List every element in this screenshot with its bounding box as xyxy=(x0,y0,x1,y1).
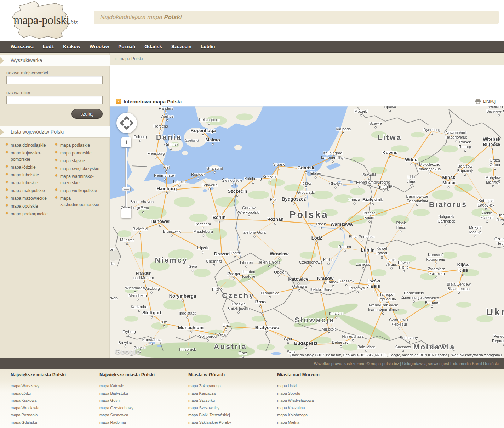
footer-link[interactable]: mapa Sopotu xyxy=(277,391,300,395)
footer-link[interactable]: mapa Radomia xyxy=(99,420,126,424)
list-item: mapa małopolskie xyxy=(6,187,52,193)
list-item: mapa zachodniopomorskie xyxy=(55,195,101,208)
voivodeship-link[interactable]: mapa zachodniopomorskie xyxy=(60,196,99,207)
nav-item-8[interactable]: Lublin xyxy=(201,41,215,52)
footer-link[interactable]: mapa Warszawy xyxy=(11,384,39,388)
list-item: mapa Kołobrzega xyxy=(277,411,366,418)
list-item: mapa lubuskie xyxy=(6,179,52,186)
voivodeship-link[interactable]: mapa kujawsko-pomorskie xyxy=(11,151,41,162)
list-item: mapa Sopotu xyxy=(277,390,366,396)
bullet-icon xyxy=(6,173,8,175)
footer-link[interactable]: mapa Katowic xyxy=(99,384,124,388)
footer-link[interactable]: mapa Szczawnicy xyxy=(188,406,219,410)
print-button[interactable]: Drukuj xyxy=(475,98,496,106)
city-name-input[interactable] xyxy=(6,76,103,84)
voivodeship-link[interactable]: mapa dolnośląskie xyxy=(11,143,46,148)
footer-link[interactable]: mapa Szczyrku xyxy=(188,398,215,402)
footer-link[interactable]: mapa Częstochowy xyxy=(99,406,133,410)
footer-link[interactable]: mapa Gdańska xyxy=(11,420,37,424)
footer-link[interactable]: mapa Łódzi xyxy=(11,391,31,395)
list-item: mapa Wrocławia xyxy=(11,404,99,411)
list-item: mapa pomorskie xyxy=(55,150,101,156)
list-item: mapa Szklarskiej Poręby xyxy=(188,419,277,425)
voivodeship-link[interactable]: mapa łódzkie xyxy=(11,165,36,170)
map-attribution: Dane do Mapy ©2015 Basarsoft, GeoBasis-D… xyxy=(291,353,502,357)
footer-link[interactable]: mapa Zakopanego xyxy=(188,384,221,388)
nav-item-1[interactable]: Warszawa xyxy=(11,41,34,52)
map-terms-link[interactable]: Warunki korzystania z programu xyxy=(451,353,502,357)
bullet-icon xyxy=(6,196,8,198)
nav-item-3[interactable]: Kraków xyxy=(63,41,80,52)
voivodeship-link[interactable]: mapa wielkopolskie xyxy=(60,188,97,193)
footer-link[interactable]: mapa Mielna xyxy=(277,420,299,424)
footer-link[interactable]: mapa Koszalina xyxy=(277,406,305,410)
footer-link[interactable]: mapa Sosnowca xyxy=(99,413,128,417)
zoom-slider-handle[interactable] xyxy=(122,187,131,191)
site-logo[interactable]: mapa-polski.biz xyxy=(3,1,92,40)
list-item: mapa Poznania xyxy=(11,411,99,418)
footer-link[interactable]: mapa Białystoku xyxy=(99,391,128,395)
street-name-input[interactable] xyxy=(6,96,103,104)
voivodeship-column-left: mapa dolnośląskiemapa kujawsko-pomorskie… xyxy=(0,142,55,218)
list-item: mapa lubelskie xyxy=(6,171,52,178)
zoom-out-button[interactable]: − xyxy=(121,208,131,218)
voivodeship-link[interactable]: mapa podlaskie xyxy=(60,143,90,148)
voivodeship-link[interactable]: mapa podkarpackie xyxy=(11,212,48,216)
list-item: mapa Gdyni xyxy=(99,397,188,403)
footer-link-list: mapa Ustkimapa Sopotumapa Władysławowama… xyxy=(277,382,366,428)
voivodeship-link[interactable]: mapa mazowieckie xyxy=(11,196,47,201)
zoom-in-button[interactable]: + xyxy=(121,137,131,147)
site-tagline: Najdokładniejsza mapa Polski xyxy=(94,11,499,24)
logo-tld: .biz xyxy=(69,19,78,26)
breadcrumb-label[interactable]: mapa Polski xyxy=(120,56,143,61)
voivodeship-link[interactable]: mapa pomorskie xyxy=(60,151,92,156)
pan-control[interactable] xyxy=(116,113,137,133)
bullet-icon xyxy=(6,188,8,191)
content-area: Wyszukiwarka nazwa miejscowości nazwa ul… xyxy=(0,53,504,358)
voivodeship-link[interactable]: mapa świętokrzyskie xyxy=(60,166,99,171)
footer-link-list: mapa Warszawymapa Łódzimapa Krakowamapa … xyxy=(11,382,99,428)
tagline-bold: Polski xyxy=(164,14,182,21)
footer-link[interactable]: mapa Wrocławia xyxy=(11,406,39,410)
zoom-slider-track[interactable] xyxy=(125,148,127,208)
voivodeship-link[interactable]: mapa małopolskie xyxy=(11,188,45,193)
voivodeship-link[interactable]: mapa lubelskie xyxy=(11,173,39,178)
footer-link[interactable]: mapa Ustki xyxy=(277,384,297,388)
nav-item-4[interactable]: Wrocław xyxy=(90,41,109,52)
footer-link[interactable]: mapa Krakowa xyxy=(11,398,36,402)
breadcrumb-arrow-icon: » xyxy=(114,56,117,61)
bullet-icon xyxy=(55,167,57,169)
footer-link[interactable]: mapa Kołobrzega xyxy=(277,413,308,417)
list-item: mapa Katowic xyxy=(99,382,188,389)
voivodeship-link[interactable]: mapa warmińsko-mazurskie xyxy=(60,174,94,185)
footer-column-title: Największe miasta Polski xyxy=(11,372,99,377)
voivodeship-column-right: mapa podlaskiemapa pomorskiemapa śląskie… xyxy=(55,142,104,218)
search-button[interactable]: szukaj xyxy=(71,109,103,119)
nav-item-2[interactable]: Łódź xyxy=(43,41,54,52)
footer-link[interactable]: mapa Szklarskiej Poręby xyxy=(188,420,231,424)
nav-item-7[interactable]: Szczecin xyxy=(171,41,191,52)
map-canvas[interactable]: RandersAarhusHorsensEsbjergOdenseHelsing… xyxy=(110,106,504,358)
main-nav-bar: WarszawaŁódźKrakówWrocławPoznańGdańskSzc… xyxy=(0,41,504,53)
nav-item-5[interactable]: Poznań xyxy=(118,41,135,52)
pan-arrows-icon xyxy=(116,113,137,133)
list-item: mapa świętokrzyskie xyxy=(55,165,101,171)
voivodeship-link[interactable]: mapa śląskie xyxy=(60,158,85,163)
page-title: Internetowa mapa Polski xyxy=(124,99,182,105)
footer-link[interactable]: mapa Białki Tatrzańskiej xyxy=(188,413,230,417)
voivodeship-link[interactable]: mapa opolskie xyxy=(11,204,38,209)
list-item: mapa Koszalina xyxy=(277,404,366,411)
footer-link[interactable]: mapa Gdyni xyxy=(99,398,120,402)
bullet-icon xyxy=(55,196,57,198)
voivodeship-link[interactable]: mapa lubuskie xyxy=(11,180,38,185)
breadcrumb: »mapa Polski xyxy=(110,53,504,65)
footer-link[interactable]: mapa Władysławowa xyxy=(277,398,314,402)
footer-column-title: Największe miasta Polski xyxy=(99,372,188,377)
footer-link[interactable]: mapa Poznania xyxy=(11,413,38,417)
footer-link[interactable]: mapa Karpacza xyxy=(188,391,216,395)
voivodeship-list: mapa dolnośląskiemapa kujawsko-pomorskie… xyxy=(0,142,110,218)
nav-item-6[interactable]: Gdańsk xyxy=(144,41,162,52)
footer-link-list: mapa Katowicmapa Białystokumapa Gdynimap… xyxy=(99,382,188,428)
bullet-icon xyxy=(6,143,8,145)
map-header: › Internetowa mapa Polski Drukuj xyxy=(116,98,498,106)
